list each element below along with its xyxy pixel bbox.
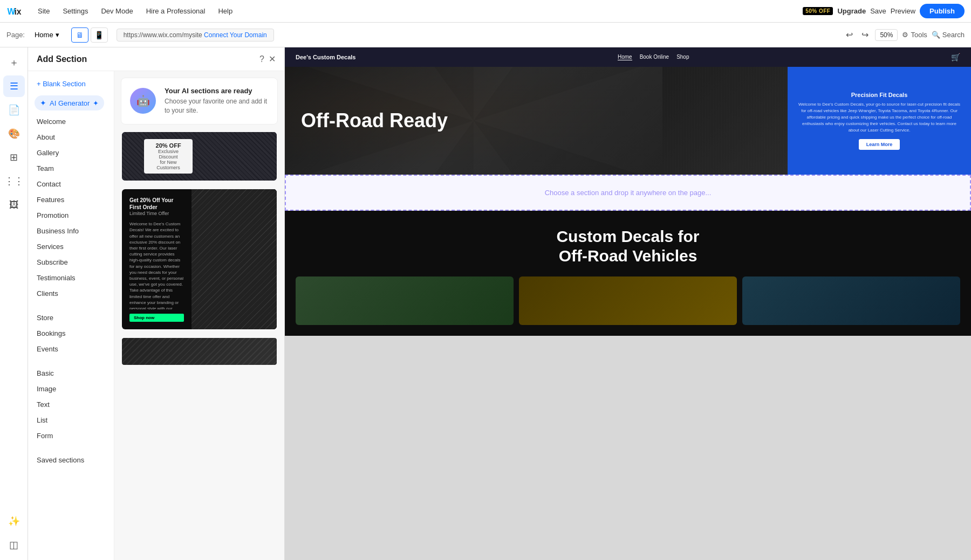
preview-card-3[interactable] bbox=[121, 337, 278, 366]
category-promotion[interactable]: Promotion bbox=[28, 208, 114, 223]
preview-card-1[interactable]: 20% OFF Exclusive Discount for New Custo… bbox=[121, 131, 278, 182]
wix-logo[interactable]: W ix bbox=[6, 6, 26, 17]
bottom-section: Custom Decals forOff-Road Vehicles bbox=[285, 211, 971, 336]
hire-pro-menu[interactable]: Hire a Professional bbox=[142, 5, 210, 17]
panel-help-button[interactable]: ? bbox=[259, 54, 264, 64]
site-nav-links: Home Book Online Shop bbox=[618, 54, 689, 60]
promo-card-2-right bbox=[192, 189, 277, 329]
site-nav-home[interactable]: Home bbox=[618, 54, 632, 60]
bottom-card-3 bbox=[742, 276, 960, 325]
ai-ready-banner: 🤖 Your AI sections are ready Choose your… bbox=[121, 78, 278, 125]
sparkle2-icon: ✦ bbox=[93, 99, 99, 107]
zoom-control[interactable]: 50% bbox=[875, 29, 898, 41]
elements-icon-btn[interactable]: ⊞ bbox=[3, 147, 25, 168]
drop-zone-text: Choose a section and drop it anywhere on… bbox=[545, 189, 712, 197]
mobile-view-button[interactable]: 📱 bbox=[91, 27, 108, 43]
category-subscribe[interactable]: Subscribe bbox=[28, 254, 114, 270]
ai-generator-button[interactable]: ✦ AI Generator ✦ bbox=[35, 95, 104, 110]
sparkle-icon: ✦ bbox=[40, 99, 46, 107]
connect-domain-link[interactable]: Connect Your Domain bbox=[204, 31, 267, 39]
cart-icon[interactable]: 🛒 bbox=[951, 53, 960, 61]
precision-title: Precision Fit Decals bbox=[796, 92, 962, 98]
preview-button[interactable]: Preview bbox=[891, 7, 915, 15]
category-list[interactable]: List bbox=[28, 412, 114, 428]
canvas-area: Dee's Custom Decals Home Book Online Sho… bbox=[285, 47, 971, 560]
category-testimonials[interactable]: Testimonials bbox=[28, 270, 114, 286]
ai-assistant-icon-btn[interactable]: ✨ bbox=[3, 510, 25, 532]
settings-menu[interactable]: Settings bbox=[58, 5, 92, 17]
saved-sections-item[interactable]: Saved sections bbox=[28, 452, 114, 468]
publish-button[interactable]: Publish bbox=[920, 4, 965, 18]
category-clients[interactable]: Clients bbox=[28, 286, 114, 301]
promo2-shop-btn: Shop now bbox=[129, 314, 184, 322]
media-icon-btn[interactable]: 🖼 bbox=[3, 194, 25, 216]
apps-icon-btn[interactable]: ⋮⋮ bbox=[3, 170, 25, 192]
page-name: Home bbox=[35, 31, 53, 39]
bottom-card-2 bbox=[519, 276, 737, 325]
site-nav-book[interactable]: Book Online bbox=[640, 54, 669, 60]
category-form[interactable]: Form bbox=[28, 428, 114, 444]
undo-button[interactable]: ↩ bbox=[844, 27, 855, 42]
add-section-panel: Add Section ? ✕ + Blank Section ✦ AI Gen… bbox=[28, 47, 285, 560]
promo-card-2-left: Get 20% Off Your First Order Limited Tim… bbox=[122, 189, 192, 329]
svg-text:ix: ix bbox=[14, 6, 21, 16]
panel-header: Add Section ? ✕ bbox=[28, 47, 284, 71]
desktop-view-button[interactable]: 🖥 bbox=[71, 27, 88, 43]
category-features[interactable]: Features bbox=[28, 192, 114, 208]
site-logo: Dee's Custom Decals bbox=[296, 54, 355, 60]
url-bar: https://www.wix.com/mysite Connect Your … bbox=[117, 29, 274, 42]
category-basic[interactable]: Basic bbox=[28, 365, 114, 381]
bottom-title: Custom Decals forOff-Road Vehicles bbox=[296, 227, 960, 266]
ai-icon: 🤖 bbox=[130, 88, 156, 114]
tools-button[interactable]: ⚙ Tools bbox=[902, 31, 927, 39]
learn-more-button[interactable]: Learn More bbox=[859, 139, 900, 150]
upgrade-button[interactable]: Upgrade bbox=[837, 7, 866, 15]
category-team[interactable]: Team bbox=[28, 161, 114, 176]
page-selector[interactable]: Home ▾ bbox=[31, 29, 63, 41]
precision-panel: Precision Fit Decals Welcome to Dee's Cu… bbox=[788, 67, 971, 175]
site-menu[interactable]: Site bbox=[33, 5, 54, 17]
hero-section: Off-Road Ready Precision Fit Decals Welc… bbox=[285, 67, 971, 175]
category-image[interactable]: Image bbox=[28, 381, 114, 397]
design-icon-btn[interactable]: 🎨 bbox=[3, 123, 25, 144]
save-button[interactable]: Save bbox=[870, 7, 886, 15]
category-bookings[interactable]: Bookings bbox=[28, 326, 114, 341]
category-events[interactable]: Events bbox=[28, 341, 114, 357]
preview-card-2[interactable]: Get 20% Off Your First Order Limited Tim… bbox=[121, 188, 278, 330]
help-menu[interactable]: Help bbox=[214, 5, 237, 17]
redo-button[interactable]: ↪ bbox=[859, 27, 871, 42]
site-nav-bar: Dee's Custom Decals Home Book Online Sho… bbox=[285, 47, 971, 67]
site-nav-shop[interactable]: Shop bbox=[676, 54, 689, 60]
category-services[interactable]: Services bbox=[28, 239, 114, 254]
promo2-subtitle: Limited Time Offer bbox=[129, 211, 184, 217]
site-preview: Dee's Custom Decals Home Book Online Sho… bbox=[285, 47, 971, 336]
pages-icon-btn[interactable]: 📄 bbox=[3, 99, 25, 121]
layers-icon-btn[interactable]: ◫ bbox=[3, 534, 25, 556]
category-text[interactable]: Text bbox=[28, 397, 114, 412]
category-contact[interactable]: Contact bbox=[28, 176, 114, 192]
discount-badge: 50% OFF bbox=[803, 7, 833, 15]
promo2-body: Welcome to Dee's Custom Decals! We are e… bbox=[129, 221, 184, 309]
section-previews: 🤖 Your AI sections are ready Choose your… bbox=[114, 71, 284, 560]
second-navigation: Page: Home ▾ 🖥 📱 https://www.wix.com/mys… bbox=[0, 23, 971, 47]
dev-mode-menu[interactable]: Dev Mode bbox=[97, 5, 137, 17]
category-gallery[interactable]: Gallery bbox=[28, 145, 114, 161]
chevron-down-icon: ▾ bbox=[56, 31, 59, 39]
bottom-card-1 bbox=[296, 276, 514, 325]
panel-close-button[interactable]: ✕ bbox=[269, 54, 276, 64]
ai-ready-title: Your AI sections are ready bbox=[165, 87, 269, 95]
top-navigation: W ix Site Settings Dev Mode Hire a Profe… bbox=[0, 0, 971, 23]
sections-icon-btn[interactable]: ☰ bbox=[3, 75, 25, 97]
promo-badge-1: 20% OFF Exclusive Discount for New Custo… bbox=[144, 139, 193, 174]
category-business-info[interactable]: Business Info bbox=[28, 223, 114, 239]
category-welcome[interactable]: Welcome bbox=[28, 114, 114, 129]
icon-sidebar: ＋ ☰ 📄 🎨 ⊞ ⋮⋮ 🖼 ✨ ◫ bbox=[0, 47, 28, 560]
panel-title: Add Section bbox=[37, 54, 87, 64]
category-about[interactable]: About bbox=[28, 129, 114, 145]
blank-section-item[interactable]: + Blank Section bbox=[28, 75, 114, 92]
category-store[interactable]: Store bbox=[28, 310, 114, 326]
search-icon: 🔍 bbox=[932, 31, 940, 39]
add-section-icon-btn[interactable]: ＋ bbox=[3, 52, 25, 73]
bottom-grid bbox=[296, 276, 960, 325]
search-button[interactable]: 🔍 Search bbox=[932, 31, 965, 39]
